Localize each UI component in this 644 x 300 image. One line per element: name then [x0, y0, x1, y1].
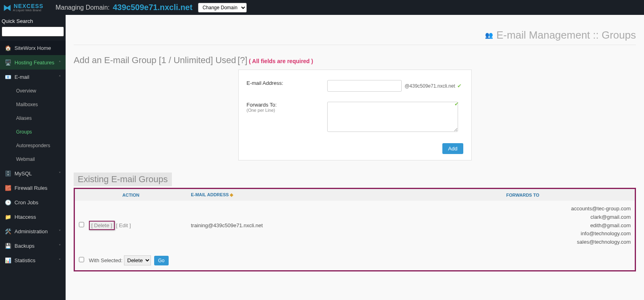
email-address-label: E-mail Address:: [247, 80, 327, 86]
sidebar-item-overview[interactable]: Overview: [0, 84, 66, 98]
domain-suffix: @439c509e71.nxcli.net: [405, 83, 455, 89]
hosting-icon: 🖥️: [5, 59, 11, 66]
sidebar-item-label: Administration: [14, 228, 47, 234]
bulk-action-row: With Selected: Delete Go: [75, 251, 635, 270]
bulk-action-select[interactable]: Delete: [124, 255, 151, 265]
sidebar-item-label: Overview: [16, 88, 36, 94]
home-icon: 🏠: [5, 45, 11, 51]
sidebar-item-hosting[interactable]: 🖥️ Hosting Features ˄: [0, 55, 66, 70]
clock-icon: 🕒: [5, 199, 11, 205]
database-icon: 🗄️: [5, 170, 11, 177]
change-domain-select[interactable]: Change Domain: [198, 3, 247, 12]
sidebar-item-admin[interactable]: 🛠️ Administration ˅: [0, 224, 66, 238]
sidebar-item-label: Autoresponders: [16, 143, 50, 148]
chevron-up-icon: ˄: [59, 60, 61, 65]
sort-icon: ◆: [230, 192, 233, 197]
check-icon: ✔: [454, 101, 459, 107]
sidebar-item-label: Cron Jobs: [14, 199, 38, 205]
with-selected-label: With Selected:: [89, 257, 123, 263]
forwards-to-sublabel: (One per Line): [247, 108, 327, 113]
sidebar-item-mailboxes[interactable]: Mailboxes: [0, 98, 66, 111]
sidebar-item-label: Backups: [14, 243, 35, 249]
required-note: ( All fields are required ): [249, 58, 313, 64]
folder-icon: 📁: [5, 214, 11, 220]
row-checkbox[interactable]: [79, 222, 84, 227]
chevron-down-icon: ˅: [59, 229, 61, 234]
sidebar-item-backups[interactable]: 💾 Backups ˅: [0, 238, 66, 253]
sidebar-item-stats[interactable]: 📊 Statistics ˅: [0, 253, 66, 267]
groups-table-wrap: Action E-mail Address ◆ Forwards To: [74, 188, 636, 271]
chevron-down-icon: ˅: [59, 244, 61, 248]
stats-icon: 📊: [5, 257, 11, 263]
check-icon: ✔: [457, 83, 462, 89]
logo-icon: ⧓: [3, 3, 11, 12]
quick-search-input[interactable]: [2, 27, 64, 37]
forwards-to-label: Forwards To:: [247, 102, 277, 108]
sidebar: Quick Search 🏠 SiteWorx Home 🖥️ Hosting …: [0, 15, 66, 300]
logo[interactable]: ⧓ NEXCESS A Liquid Web Brand: [3, 3, 43, 12]
sidebar-item-cron[interactable]: 🕒 Cron Jobs: [0, 195, 66, 210]
sidebar-item-firewall[interactable]: 🧱 Firewall Rules: [0, 181, 66, 195]
chevron-down-icon: ˅: [59, 258, 61, 263]
sidebar-item-label: Statistics: [14, 257, 35, 263]
email-address-input[interactable]: [327, 80, 402, 92]
sidebar-item-label: Mailboxes: [16, 102, 38, 107]
col-email-header[interactable]: E-mail Address ◆: [187, 189, 411, 201]
sidebar-item-label: Webmail: [16, 156, 35, 162]
sidebar-item-webmail[interactable]: Webmail: [0, 152, 66, 166]
delete-link[interactable]: [ Delete ]: [89, 221, 115, 230]
quick-search-label: Quick Search: [0, 15, 66, 27]
go-button[interactable]: Go: [154, 256, 169, 265]
col-action-header[interactable]: Action: [75, 189, 187, 201]
email-icon: 📧: [5, 74, 11, 80]
sidebar-item-label: Hosting Features: [14, 60, 54, 66]
firewall-icon: 🧱: [5, 185, 11, 191]
add-group-form: E-mail Address: @439c509e71.nxcli.net ✔ …: [238, 70, 472, 160]
page-title: E-mail Management :: Groups: [496, 29, 636, 41]
sidebar-item-label: MySQL: [14, 171, 32, 177]
sidebar-item-label: Groups: [16, 129, 32, 135]
forwards-to-textarea[interactable]: [327, 102, 458, 132]
add-group-title: Add an E-mail Group [1 / Unlimited] Used: [74, 55, 236, 65]
sidebar-item-aliases[interactable]: Aliases: [0, 111, 66, 125]
table-row: [ Delete ] [ Edit ] training@439c509e71.…: [75, 201, 635, 251]
sidebar-item-label: SiteWorx Home: [14, 45, 51, 51]
add-button[interactable]: Add: [442, 143, 463, 154]
existing-groups-title: Existing E-mail Groups: [74, 173, 172, 186]
tools-icon: 🛠️: [5, 228, 11, 234]
sidebar-item-email[interactable]: 📧 E-mail ˄: [0, 70, 66, 84]
sidebar-item-mysql[interactable]: 🗄️ MySQL ˅: [0, 166, 66, 181]
header: ⧓ NEXCESS A Liquid Web Brand Managing Do…: [0, 0, 644, 15]
managing-domain-label: Managing Domain:: [56, 4, 109, 11]
select-all-checkbox[interactable]: [79, 257, 84, 262]
sidebar-item-groups[interactable]: Groups: [0, 125, 66, 139]
edit-link[interactable]: [ Edit ]: [116, 222, 131, 228]
chevron-up-icon: ˄: [59, 75, 61, 79]
col-forwards-header[interactable]: Forwards To: [411, 189, 635, 201]
sidebar-item-autoresponders[interactable]: Autoresponders: [0, 139, 66, 152]
help-link[interactable]: [?]: [237, 55, 247, 65]
main-content: 👥 E-mail Management :: Groups Add an E-m…: [66, 15, 644, 300]
row-email: training@439c509e71.nxcli.net: [187, 201, 411, 251]
sidebar-item-home[interactable]: 🏠 SiteWorx Home: [0, 41, 66, 55]
chevron-down-icon: ˅: [59, 171, 61, 176]
sidebar-item-label: Htaccess: [14, 214, 36, 220]
groups-table: Action E-mail Address ◆ Forwards To: [75, 189, 635, 270]
groups-icon: 👥: [485, 31, 493, 39]
sidebar-item-label: Aliases: [16, 115, 32, 121]
sidebar-item-label: E-mail: [14, 74, 29, 80]
logo-tagline: A Liquid Web Brand: [13, 8, 43, 12]
row-forwards: accounts@tec-group.com clark@gmail.com e…: [415, 205, 631, 247]
sidebar-item-htaccess[interactable]: 📁 Htaccess: [0, 210, 66, 224]
managing-domain-value: 439c509e71.nxcli.net: [113, 3, 192, 12]
sidebar-item-label: Firewall Rules: [14, 185, 47, 191]
domain-bar: Managing Domain: 439c509e71.nxcli.net Ch…: [56, 3, 247, 12]
backup-icon: 💾: [5, 242, 11, 249]
